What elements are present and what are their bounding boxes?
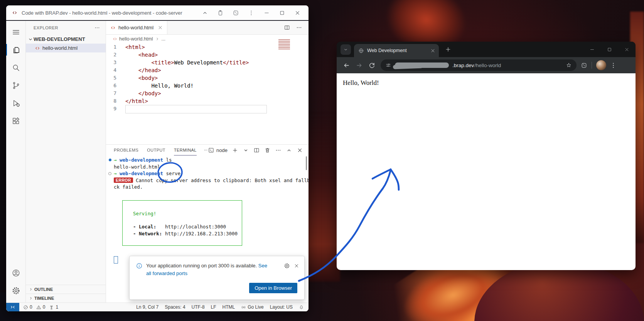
- status-item-0[interactable]: 0: [36, 304, 46, 310]
- code-line[interactable]: 9: [106, 105, 309, 113]
- browser-toolbar: .brap.dev /hello-world: [337, 57, 636, 73]
- reload-button[interactable]: [366, 59, 378, 71]
- profile-avatar[interactable]: [596, 60, 606, 70]
- notification-close-icon[interactable]: [293, 263, 300, 269]
- network-url[interactable]: http://192.168.2.213:3000: [165, 231, 238, 237]
- panel-scrollbar[interactable]: [306, 156, 307, 170]
- status-bar: 001 Ln 9, Col 7Spaces: 4UTF-8LFHTMLGo Li…: [6, 302, 309, 311]
- globe-favicon: [358, 48, 364, 54]
- site-settings-icon[interactable]: [385, 62, 391, 68]
- terminal-output[interactable]: → web-development lshello-world.html→ we…: [106, 157, 309, 191]
- window-title: Code with BRAP.dev - hello-world.html - …: [22, 10, 193, 16]
- status-item-spaces-4[interactable]: Spaces: 4: [165, 304, 185, 310]
- open-in-browser-button[interactable]: Open in Browser: [249, 283, 297, 293]
- clipboard-icon[interactable]: [217, 10, 224, 16]
- tab-problems[interactable]: PROBLEMS: [114, 145, 138, 155]
- tab-terminal[interactable]: TERMINAL: [174, 145, 197, 155]
- app-badge-icon[interactable]: [233, 10, 239, 16]
- code-line[interactable]: 4 </head>: [106, 66, 309, 74]
- split-terminal-icon[interactable]: [253, 147, 260, 154]
- code-line[interactable]: 6 Hello, World!: [106, 82, 309, 90]
- explorer-more-icon[interactable]: [94, 25, 100, 31]
- status-item[interactable]: [299, 305, 304, 310]
- chevron-right-icon: [155, 36, 160, 42]
- new-tab-icon[interactable]: [445, 46, 452, 53]
- network-label: - Network:: [133, 230, 165, 237]
- kill-terminal-icon[interactable]: [264, 147, 271, 154]
- editor-more-icon[interactable]: [296, 24, 302, 31]
- notification-message: Your application running on port 3000 is…: [146, 263, 257, 269]
- close-button[interactable]: [294, 10, 301, 16]
- timeline-section[interactable]: TIMELINE: [26, 294, 106, 302]
- vscode-window: Code with BRAP.dev - hello-world.html - …: [6, 5, 309, 311]
- maximize-panel-icon[interactable]: [286, 147, 292, 154]
- close-tab-icon[interactable]: [430, 48, 436, 54]
- code-line[interactable]: 7 </body>: [106, 90, 309, 97]
- menu-icon[interactable]: [6, 23, 25, 41]
- close-panel-icon[interactable]: [297, 147, 303, 154]
- redacted-url-scribble: [395, 63, 449, 68]
- bell-icon: [299, 305, 304, 310]
- notification-settings-icon[interactable]: [284, 263, 290, 269]
- minimize-button[interactable]: [583, 42, 601, 57]
- port-notification: Your application running on port 3000 is…: [129, 256, 305, 300]
- local-url[interactable]: http://localhost:3000: [165, 224, 226, 230]
- tab-output[interactable]: OUTPUT: [147, 145, 165, 155]
- local-label: - Local:: [133, 223, 165, 230]
- terminal-shell-selector[interactable]: node: [208, 147, 228, 154]
- status-item-1[interactable]: 1: [49, 304, 58, 310]
- code-editor[interactable]: 1<html>2 <head>3 <title>Web Development<…: [106, 43, 309, 144]
- status-item-go-live[interactable]: Go Live: [241, 304, 263, 310]
- status-item-ln-9-col-7[interactable]: Ln 9, Col 7: [136, 304, 158, 310]
- tab-search-icon[interactable]: [341, 44, 351, 55]
- run-debug-icon[interactable]: [6, 94, 25, 112]
- source-control-icon[interactable]: [6, 76, 25, 94]
- new-terminal-icon[interactable]: [232, 147, 238, 154]
- outline-section[interactable]: OUTLINE: [26, 285, 106, 294]
- split-editor-icon[interactable]: [284, 24, 290, 31]
- terminal-line: ck failed.: [106, 184, 309, 191]
- activity-bar: [6, 21, 26, 302]
- browser-tab[interactable]: Web Development: [354, 44, 439, 57]
- terminal-dropdown-icon[interactable]: [243, 147, 249, 154]
- status-item-html[interactable]: HTML: [223, 304, 235, 310]
- file-hello-world[interactable]: hello-world.html: [26, 44, 106, 52]
- back-button[interactable]: [341, 59, 352, 71]
- editor-tab-hello-world[interactable]: hello-world.html: [106, 21, 167, 34]
- browser-menu-icon[interactable]: [607, 59, 619, 71]
- command-running-dot: [108, 172, 111, 175]
- status-item-layout-us[interactable]: Layout: US: [270, 304, 293, 310]
- search-icon[interactable]: [6, 59, 25, 76]
- bookmark-star-icon[interactable]: [566, 62, 572, 68]
- status-item-utf-8[interactable]: UTF-8: [192, 304, 205, 310]
- terminal-icon: [208, 147, 214, 154]
- forward-button[interactable]: [353, 59, 365, 71]
- extensions-icon[interactable]: [6, 112, 25, 130]
- account-icon[interactable]: [6, 264, 25, 282]
- code-line[interactable]: 2 <head>: [106, 51, 309, 59]
- maximize-button[interactable]: [279, 10, 285, 16]
- html-file-icon: [110, 25, 116, 31]
- close-button[interactable]: [618, 42, 636, 57]
- url-bar[interactable]: .brap.dev /hello-world: [381, 59, 577, 71]
- status-item-0[interactable]: 0: [23, 304, 32, 310]
- settings-gear-icon[interactable]: [6, 282, 25, 299]
- browser-page: Hello, World!: [337, 73, 636, 270]
- panel-actions-more-icon[interactable]: [275, 147, 282, 154]
- maximize-button[interactable]: [601, 42, 618, 57]
- status-item-lf[interactable]: LF: [211, 304, 216, 310]
- explorer-icon[interactable]: [6, 41, 25, 59]
- folder-web-development[interactable]: WEB-DEVELOPMENT: [26, 35, 106, 44]
- code-line[interactable]: 3 <title>Web Development</title>: [106, 59, 309, 66]
- code-line[interactable]: 8</html>: [106, 97, 309, 105]
- panel-more-icon[interactable]: [204, 147, 208, 153]
- close-tab-icon[interactable]: [157, 25, 163, 30]
- extensions-icon[interactable]: [581, 62, 587, 69]
- tab-label: hello-world.html: [118, 25, 153, 30]
- remote-indicator[interactable]: [6, 303, 19, 311]
- collapse-toolbar-icon[interactable]: [202, 10, 208, 16]
- terminal-line: hello-world.html: [106, 164, 309, 171]
- code-line[interactable]: 5 <body>: [106, 74, 309, 82]
- kebab-menu-icon[interactable]: [248, 10, 255, 16]
- minimize-button[interactable]: [263, 10, 270, 16]
